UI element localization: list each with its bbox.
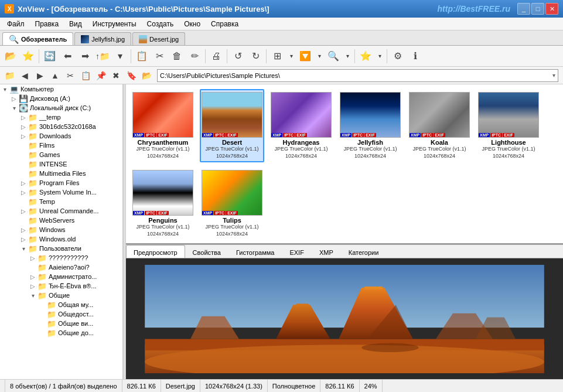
tb-rename[interactable]: ✏ — [186, 48, 203, 64]
tree-sysvolume[interactable]: ▷ 📁 System Volume In... — [19, 188, 122, 197]
tree-toggle-pf[interactable]: ▷ — [19, 180, 28, 186]
tree-windows[interactable]: ▷ 📁 Windows — [19, 225, 122, 234]
tb2-toggle-tree[interactable]: 📁 — [2, 69, 16, 83]
tb-delete[interactable]: 🗑 — [169, 48, 185, 64]
tb-view-thumbs[interactable]: ⊞ — [269, 48, 285, 64]
menu-create[interactable]: Создать — [142, 19, 179, 29]
tree-toggle-unreal[interactable]: ▷ — [19, 208, 28, 214]
tree-toggle-wold[interactable]: ▷ — [19, 236, 28, 243]
menu-tools[interactable]: Инструменты — [88, 19, 141, 29]
menu-view[interactable]: Вид — [64, 19, 87, 29]
tb2-new-folder[interactable]: 📂 — [139, 69, 153, 83]
thumb-koala[interactable]: XMP IPTC EXIF Koala JPEG TrueColor (v1.1… — [407, 89, 472, 162]
tb-filter[interactable]: 🔽 — [297, 48, 313, 64]
tree-multimedia[interactable]: 📁 Multimedia Files — [19, 169, 122, 178]
menu-file[interactable]: Файл — [2, 19, 29, 29]
preview-tab-categories[interactable]: Категории — [341, 247, 387, 258]
tree-obshie[interactable]: ▾ 📁 Общие — [28, 291, 122, 300]
tree-users[interactable]: ▾ 📁 Пользователи — [19, 244, 122, 253]
preview-tab-preview[interactable]: Предпросмотр — [126, 245, 185, 258]
tree-temp2[interactable]: 📁 Temp — [19, 197, 122, 206]
tb-settings[interactable]: ⚙ — [390, 48, 406, 64]
tb-star[interactable]: ⭐ — [20, 48, 36, 64]
tb2-forward[interactable]: ▶ — [33, 69, 47, 83]
tree-unreal[interactable]: ▷ 📁 Unreal Commande... — [19, 206, 122, 216]
minimize-button[interactable]: _ — [517, 3, 530, 15]
tb2-up[interactable]: ▲ — [48, 69, 62, 83]
tb-print[interactable]: 🖨 — [208, 48, 224, 64]
tree-drive-a[interactable]: ▷ 💾 Дисковод (A:) — [9, 94, 122, 103]
tree-ob-downloads[interactable]: 📁 Общие до... — [37, 328, 122, 338]
tree-toggle-computer[interactable]: ▾ — [0, 86, 9, 93]
tree-program-files[interactable]: ▷ 📁 Program Files — [19, 178, 122, 188]
thumb-jellyfish[interactable]: XMP IPTC EXIF Jellyfish JPEG TrueColor (… — [338, 89, 402, 162]
tb-search[interactable]: 🔍 — [325, 48, 342, 64]
tree-webservers[interactable]: 📁 WebServers — [19, 216, 122, 225]
tree-toggle-users[interactable]: ▾ — [19, 246, 28, 252]
tb-copy[interactable]: 📋 — [134, 48, 150, 64]
tree-toggle-c[interactable]: ▾ — [9, 105, 19, 111]
tree-toggle-30b[interactable]: ▷ — [19, 124, 28, 130]
tb2-cut[interactable]: ✂ — [63, 69, 77, 83]
tree-toggle-temp[interactable]: ▷ — [19, 114, 28, 121]
tb-sort-dd-btn[interactable]: ▾ — [375, 48, 384, 64]
tb-view-dd-btn[interactable]: ▾ — [286, 48, 296, 64]
tb2-copy[interactable]: 📋 — [79, 69, 93, 83]
tb-refresh[interactable]: 🔄 — [42, 48, 58, 64]
tb-up[interactable]: ↑📁 — [94, 48, 111, 64]
tree-toggle-ob[interactable]: ▾ — [28, 292, 37, 299]
tb-rotate-left[interactable]: ↺ — [230, 48, 246, 64]
tb-sort[interactable]: ⭐ — [357, 48, 374, 64]
tb-rotate-right[interactable]: ↻ — [247, 48, 264, 64]
tree-downloads[interactable]: ▷ 📁 Downloads — [19, 131, 122, 141]
preview-tab-exif[interactable]: EXIF — [282, 247, 311, 258]
thumb-penguins[interactable]: XMP IPTC EXIF Penguins JPEG TrueColor (v… — [131, 167, 195, 240]
tree-ob-docs[interactable]: 📁 Общедост... — [37, 309, 122, 319]
tree-toggle-a[interactable]: ▷ — [9, 96, 19, 102]
tree-user-special[interactable]: ▷ 📁 Ђн-Ё-Ёbva в®... — [28, 281, 122, 291]
thumb-desert[interactable]: XMP IPTC EXIF Desert JPEG TrueColor (v1.… — [200, 89, 264, 162]
thumb-lighthouse[interactable]: XMP IPTC EXIF Lighthouse JPEG TrueColor … — [476, 89, 541, 162]
address-dropdown-icon[interactable]: ▾ — [552, 72, 555, 79]
tree-games[interactable]: 📁 Games — [19, 150, 122, 159]
thumb-chrysanthemum[interactable]: XMP IPTC EXIF Chrysanthemum JPEG TrueCol… — [131, 89, 195, 162]
tb2-bookmark[interactable]: 🔖 — [124, 69, 138, 83]
tab-browser[interactable]: 🔍 Обозреватель — [2, 32, 73, 45]
tb-back[interactable]: ⬅ — [59, 48, 76, 64]
tree-toggle-uadmin[interactable]: ▷ — [28, 274, 37, 280]
preview-tab-xmp[interactable]: XMP — [312, 247, 341, 258]
tb-info[interactable]: ℹ — [407, 48, 424, 64]
tb-move[interactable]: ✂ — [151, 48, 168, 64]
tree-ob-music[interactable]: 📁 Общая му... — [37, 300, 122, 309]
tb2-paste[interactable]: 📌 — [94, 69, 108, 83]
tree-films[interactable]: 📁 Films — [19, 141, 122, 150]
menu-window[interactable]: Окно — [179, 19, 205, 29]
tab-desert[interactable]: Desert.jpg — [132, 32, 185, 45]
tb-nav-dropdown[interactable]: ▾ — [112, 48, 128, 64]
tree-toggle-downloads[interactable]: ▷ — [19, 133, 28, 139]
tab-jellyfish[interactable]: Jellyfish.jpg — [74, 32, 131, 45]
tree-toggle-uq[interactable]: ▷ — [28, 255, 37, 261]
tb-forward[interactable]: ➡ — [77, 48, 93, 64]
tree-user-admin[interactable]: ▷ 📁 Администрато... — [28, 272, 122, 281]
tb2-back[interactable]: ◀ — [18, 69, 32, 83]
tree-computer[interactable]: ▾ 💻 Компьютер — [0, 84, 122, 94]
close-button[interactable]: ✕ — [545, 3, 558, 15]
tree-temp[interactable]: ▷ 📁 __temp — [19, 113, 122, 122]
tree-toggle-sv[interactable]: ▷ — [19, 189, 28, 196]
maximize-button[interactable]: □ — [531, 3, 544, 15]
tree-30b[interactable]: ▷ 📁 30b16dc532c0168a — [19, 122, 122, 131]
thumb-tulips[interactable]: XMP IPTC EXIF Tulips JPEG TrueColor (v1.… — [200, 167, 264, 240]
tree-user-a[interactable]: 📁 Aaieieno?aoi? — [28, 263, 122, 272]
tree-toggle-win[interactable]: ▷ — [19, 227, 28, 233]
tree-windowsold[interactable]: ▷ 📁 Windows.old — [19, 234, 122, 244]
thumb-hydrangeas[interactable]: XMP IPTC EXIF Hydrangeas JPEG TrueColor … — [269, 89, 333, 162]
tree-ob-video[interactable]: 📁 Общие ви... — [37, 319, 122, 328]
preview-tab-properties[interactable]: Свойства — [185, 247, 228, 258]
tree-intense[interactable]: 📁 INTENSE — [19, 159, 122, 169]
tb-open-folder[interactable]: 📂 — [2, 48, 19, 64]
tb-filter-dd-btn[interactable]: ▾ — [315, 48, 324, 64]
menu-help[interactable]: Справка — [206, 19, 243, 29]
tree-user-q[interactable]: ▷ 📁 ??????????? — [28, 253, 122, 263]
menu-edit[interactable]: Правка — [30, 19, 64, 29]
